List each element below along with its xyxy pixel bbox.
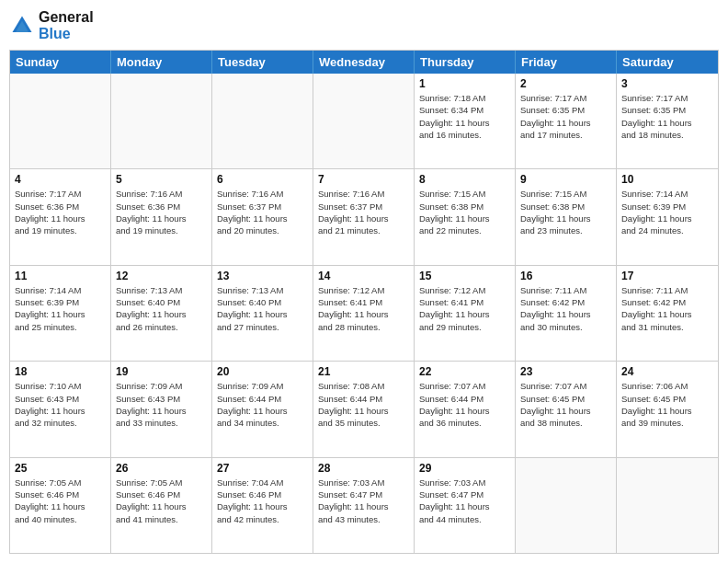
header-day-friday: Friday [516, 51, 617, 74]
logo: General Blue [9, 9, 94, 42]
day-cell-17: 17Sunrise: 7:11 AM Sunset: 6:42 PM Dayli… [617, 266, 718, 361]
day-number: 10 [621, 173, 713, 186]
empty-cell [617, 458, 718, 553]
day-cell-1: 1Sunrise: 7:18 AM Sunset: 6:34 PM Daylig… [415, 74, 516, 168]
day-info: Sunrise: 7:18 AM Sunset: 6:34 PM Dayligh… [419, 92, 510, 141]
day-info: Sunrise: 7:12 AM Sunset: 6:41 PM Dayligh… [419, 284, 510, 333]
header-day-monday: Monday [111, 51, 212, 74]
day-cell-29: 29Sunrise: 7:03 AM Sunset: 6:47 PM Dayli… [415, 458, 516, 553]
day-number: 2 [520, 77, 611, 90]
day-info: Sunrise: 7:07 AM Sunset: 6:45 PM Dayligh… [520, 380, 611, 429]
day-number: 3 [621, 77, 713, 90]
day-info: Sunrise: 7:05 AM Sunset: 6:46 PM Dayligh… [15, 477, 106, 525]
logo-icon [9, 13, 35, 39]
calendar-header: SundayMondayTuesdayWednesdayThursdayFrid… [10, 51, 718, 74]
day-number: 23 [520, 365, 611, 378]
day-cell-26: 26Sunrise: 7:05 AM Sunset: 6:46 PM Dayli… [111, 458, 212, 553]
day-info: Sunrise: 7:15 AM Sunset: 6:38 PM Dayligh… [520, 188, 611, 236]
day-info: Sunrise: 7:16 AM Sunset: 6:36 PM Dayligh… [116, 188, 207, 236]
day-number: 29 [419, 462, 510, 475]
day-cell-22: 22Sunrise: 7:07 AM Sunset: 6:44 PM Dayli… [415, 362, 516, 456]
header-day-saturday: Saturday [617, 51, 718, 74]
empty-cell [111, 74, 212, 168]
day-number: 25 [15, 462, 106, 475]
day-cell-23: 23Sunrise: 7:07 AM Sunset: 6:45 PM Dayli… [516, 362, 617, 456]
header: General Blue [9, 9, 719, 42]
day-number: 14 [318, 270, 409, 282]
calendar-row-5: 25Sunrise: 7:05 AM Sunset: 6:46 PM Dayli… [10, 458, 718, 553]
day-info: Sunrise: 7:04 AM Sunset: 6:46 PM Dayligh… [217, 477, 308, 525]
day-cell-16: 16Sunrise: 7:11 AM Sunset: 6:42 PM Dayli… [516, 266, 617, 361]
day-number: 21 [318, 365, 409, 378]
day-number: 4 [15, 173, 106, 186]
day-number: 5 [116, 173, 207, 186]
day-info: Sunrise: 7:17 AM Sunset: 6:35 PM Dayligh… [621, 92, 713, 141]
day-cell-18: 18Sunrise: 7:10 AM Sunset: 6:43 PM Dayli… [10, 362, 111, 456]
day-cell-11: 11Sunrise: 7:14 AM Sunset: 6:39 PM Dayli… [10, 266, 111, 361]
day-info: Sunrise: 7:06 AM Sunset: 6:45 PM Dayligh… [621, 380, 713, 429]
day-number: 22 [419, 365, 510, 378]
day-cell-21: 21Sunrise: 7:08 AM Sunset: 6:44 PM Dayli… [313, 362, 415, 456]
empty-cell [10, 74, 111, 168]
day-info: Sunrise: 7:03 AM Sunset: 6:47 PM Dayligh… [419, 477, 510, 525]
day-info: Sunrise: 7:09 AM Sunset: 6:43 PM Dayligh… [116, 380, 207, 429]
day-info: Sunrise: 7:17 AM Sunset: 6:36 PM Dayligh… [15, 188, 106, 236]
calendar-row-4: 18Sunrise: 7:10 AM Sunset: 6:43 PM Dayli… [10, 362, 718, 457]
day-cell-20: 20Sunrise: 7:09 AM Sunset: 6:44 PM Dayli… [212, 362, 313, 456]
calendar: SundayMondayTuesdayWednesdayThursdayFrid… [9, 50, 719, 554]
day-cell-3: 3Sunrise: 7:17 AM Sunset: 6:35 PM Daylig… [617, 74, 718, 168]
header-day-thursday: Thursday [415, 51, 516, 74]
header-day-sunday: Sunday [10, 51, 111, 74]
day-number: 26 [116, 462, 207, 475]
day-number: 12 [116, 270, 207, 282]
day-number: 13 [217, 270, 308, 282]
header-day-tuesday: Tuesday [212, 51, 313, 74]
day-number: 6 [217, 173, 308, 186]
day-info: Sunrise: 7:11 AM Sunset: 6:42 PM Dayligh… [520, 284, 611, 333]
day-cell-24: 24Sunrise: 7:06 AM Sunset: 6:45 PM Dayli… [617, 362, 718, 456]
day-cell-5: 5Sunrise: 7:16 AM Sunset: 6:36 PM Daylig… [111, 169, 212, 264]
day-info: Sunrise: 7:10 AM Sunset: 6:43 PM Dayligh… [15, 380, 106, 429]
day-number: 24 [621, 365, 713, 378]
day-info: Sunrise: 7:17 AM Sunset: 6:35 PM Dayligh… [520, 92, 611, 141]
day-cell-15: 15Sunrise: 7:12 AM Sunset: 6:41 PM Dayli… [415, 266, 516, 361]
day-info: Sunrise: 7:14 AM Sunset: 6:39 PM Dayligh… [621, 188, 713, 236]
calendar-body: 1Sunrise: 7:18 AM Sunset: 6:34 PM Daylig… [10, 74, 718, 553]
logo-text: General Blue [39, 9, 94, 42]
calendar-row-3: 11Sunrise: 7:14 AM Sunset: 6:39 PM Dayli… [10, 266, 718, 362]
day-info: Sunrise: 7:13 AM Sunset: 6:40 PM Dayligh… [217, 284, 308, 333]
day-number: 9 [520, 173, 611, 186]
day-info: Sunrise: 7:05 AM Sunset: 6:46 PM Dayligh… [116, 477, 207, 525]
day-number: 15 [419, 270, 510, 282]
day-cell-19: 19Sunrise: 7:09 AM Sunset: 6:43 PM Dayli… [111, 362, 212, 456]
day-number: 8 [419, 173, 510, 186]
day-number: 1 [419, 77, 510, 90]
day-number: 20 [217, 365, 308, 378]
day-number: 7 [318, 173, 409, 186]
day-cell-14: 14Sunrise: 7:12 AM Sunset: 6:41 PM Dayli… [313, 266, 415, 361]
day-info: Sunrise: 7:12 AM Sunset: 6:41 PM Dayligh… [318, 284, 409, 333]
day-cell-13: 13Sunrise: 7:13 AM Sunset: 6:40 PM Dayli… [212, 266, 313, 361]
calendar-row-1: 1Sunrise: 7:18 AM Sunset: 6:34 PM Daylig… [10, 74, 718, 169]
day-number: 28 [318, 462, 409, 475]
calendar-row-2: 4Sunrise: 7:17 AM Sunset: 6:36 PM Daylig… [10, 169, 718, 265]
day-info: Sunrise: 7:16 AM Sunset: 6:37 PM Dayligh… [217, 188, 308, 236]
day-number: 16 [520, 270, 611, 282]
day-number: 17 [621, 270, 713, 282]
day-cell-12: 12Sunrise: 7:13 AM Sunset: 6:40 PM Dayli… [111, 266, 212, 361]
day-info: Sunrise: 7:16 AM Sunset: 6:37 PM Dayligh… [318, 188, 409, 236]
day-info: Sunrise: 7:07 AM Sunset: 6:44 PM Dayligh… [419, 380, 510, 429]
day-cell-2: 2Sunrise: 7:17 AM Sunset: 6:35 PM Daylig… [516, 74, 617, 168]
empty-cell [516, 458, 617, 553]
day-cell-10: 10Sunrise: 7:14 AM Sunset: 6:39 PM Dayli… [617, 169, 718, 264]
day-info: Sunrise: 7:08 AM Sunset: 6:44 PM Dayligh… [318, 380, 409, 429]
day-info: Sunrise: 7:03 AM Sunset: 6:47 PM Dayligh… [318, 477, 409, 525]
day-cell-27: 27Sunrise: 7:04 AM Sunset: 6:46 PM Dayli… [212, 458, 313, 553]
empty-cell [212, 74, 313, 168]
day-cell-4: 4Sunrise: 7:17 AM Sunset: 6:36 PM Daylig… [10, 169, 111, 264]
day-info: Sunrise: 7:14 AM Sunset: 6:39 PM Dayligh… [15, 284, 106, 333]
day-info: Sunrise: 7:15 AM Sunset: 6:38 PM Dayligh… [419, 188, 510, 236]
day-cell-9: 9Sunrise: 7:15 AM Sunset: 6:38 PM Daylig… [516, 169, 617, 264]
page: General Blue SundayMondayTuesdayWednesda… [0, 0, 728, 563]
day-info: Sunrise: 7:13 AM Sunset: 6:40 PM Dayligh… [116, 284, 207, 333]
